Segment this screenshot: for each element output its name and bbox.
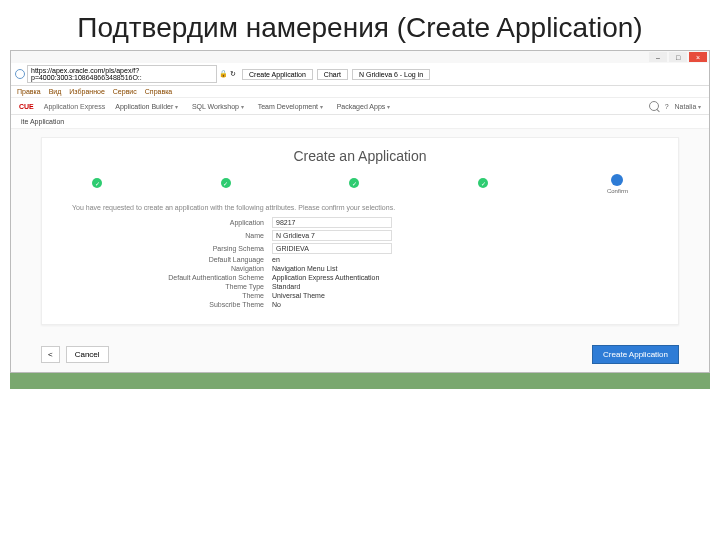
wizard-card: Create an Application ✓ ✓ ✓ ✓ Confirm Yo… [41, 137, 679, 325]
user-menu[interactable]: Natalia [675, 103, 701, 110]
form-label: Theme [72, 292, 272, 299]
apex-nav: Application Builder SQL Workshop Team De… [115, 103, 390, 110]
address-bar-row: https://apex.oracle.com/pls/apex/f?p=400… [11, 63, 709, 86]
form-value: Application Express Authentication [272, 274, 648, 281]
cancel-button[interactable]: Cancel [66, 346, 109, 363]
menu-favorites[interactable]: Избранное [69, 88, 104, 95]
form-value: Standard [272, 283, 648, 290]
browser-window: – □ × https://apex.oracle.com/pls/apex/f… [10, 50, 710, 373]
wizard-step-3[interactable]: ✓ [349, 178, 359, 190]
address-icons: 🔒 ↻ [219, 70, 238, 78]
form-value: Universal Theme [272, 292, 648, 299]
form-label: Navigation [72, 265, 272, 272]
apex-header: CUE Application Express Application Buil… [11, 98, 709, 115]
form-label: Name [72, 232, 272, 239]
form-label: Application [72, 219, 272, 226]
wizard-step-2[interactable]: ✓ [221, 178, 231, 190]
lock-icon: 🔒 [219, 70, 227, 78]
form-row-5: Default Authentication SchemeApplication… [72, 274, 648, 281]
menu-help[interactable]: Справка [145, 88, 172, 95]
wizard-step-1[interactable]: ✓ [92, 178, 102, 190]
slide-title: Подтвердим намерения (Create Application… [0, 0, 720, 50]
window-maximize-button[interactable]: □ [669, 52, 687, 62]
form-label: Subscribe Theme [72, 301, 272, 308]
form-row-8: Subscribe ThemeNo [72, 301, 648, 308]
tab-chart[interactable]: Chart [317, 69, 348, 80]
form-row-6: Theme TypeStandard [72, 283, 648, 290]
form-value[interactable]: N Gridieva 7 [272, 230, 648, 241]
menu-view[interactable]: Вид [49, 88, 62, 95]
form-value: No [272, 301, 648, 308]
breadcrumb: ite Application [11, 115, 709, 129]
wizard-footer: < Cancel Create Application [11, 337, 709, 372]
form-value: Navigation Menu List [272, 265, 648, 272]
search-icon[interactable] [649, 101, 659, 111]
window-controls: – □ × [11, 51, 709, 63]
form-label: Theme Type [72, 283, 272, 290]
address-input[interactable]: https://apex.oracle.com/pls/apex/f?p=400… [27, 65, 217, 83]
form-value[interactable]: 98217 [272, 217, 648, 228]
browser-icon [15, 69, 25, 79]
browser-menu: Правка Вид Избранное Сервис Справка [11, 86, 709, 98]
menu-edit[interactable]: Правка [17, 88, 41, 95]
wizard-steps: ✓ ✓ ✓ ✓ Confirm [92, 174, 628, 194]
nav-app-builder[interactable]: Application Builder [115, 103, 178, 110]
form-row-0: Application98217 [72, 217, 648, 228]
form-label: Default Authentication Scheme [72, 274, 272, 281]
wizard-stage: Create an Application ✓ ✓ ✓ ✓ Confirm Yo… [11, 129, 709, 337]
form-label: Parsing Schema [72, 245, 272, 252]
window-close-button[interactable]: × [689, 52, 707, 62]
form-value[interactable]: GRIDIEVA [272, 243, 648, 254]
confirm-form: Application98217NameN Gridieva 7Parsing … [72, 217, 648, 308]
nav-sql-workshop[interactable]: SQL Workshop [192, 103, 244, 110]
nav-team-dev[interactable]: Team Development [258, 103, 323, 110]
tab-create-application[interactable]: Create Application [242, 69, 313, 80]
nav-packaged-apps[interactable]: Packaged Apps [337, 103, 390, 110]
menu-tools[interactable]: Сервис [113, 88, 137, 95]
wizard-intro-text: You have requested to create an applicat… [72, 204, 648, 211]
tab-login[interactable]: N Gridieva 6 - Log in [352, 69, 430, 80]
refresh-icon[interactable]: ↻ [230, 70, 238, 78]
wizard-step-confirm[interactable]: Confirm [607, 174, 628, 194]
apex-logo: CUE [19, 103, 34, 110]
back-button[interactable]: < [41, 346, 60, 363]
form-row-7: ThemeUniversal Theme [72, 292, 648, 299]
form-row-3: Default Languageen [72, 256, 648, 263]
wizard-heading: Create an Application [72, 148, 648, 164]
create-application-button[interactable]: Create Application [592, 345, 679, 364]
form-row-1: NameN Gridieva 7 [72, 230, 648, 241]
form-value: en [272, 256, 648, 263]
help-icon[interactable]: ? [665, 103, 669, 110]
apex-logo-sub: Application Express [44, 103, 105, 110]
form-row-2: Parsing SchemaGRIDIEVA [72, 243, 648, 254]
wizard-step-4[interactable]: ✓ [478, 178, 488, 190]
form-label: Default Language [72, 256, 272, 263]
window-minimize-button[interactable]: – [649, 52, 667, 62]
form-row-4: NavigationNavigation Menu List [72, 265, 648, 272]
slide-footer-strip [10, 373, 710, 389]
